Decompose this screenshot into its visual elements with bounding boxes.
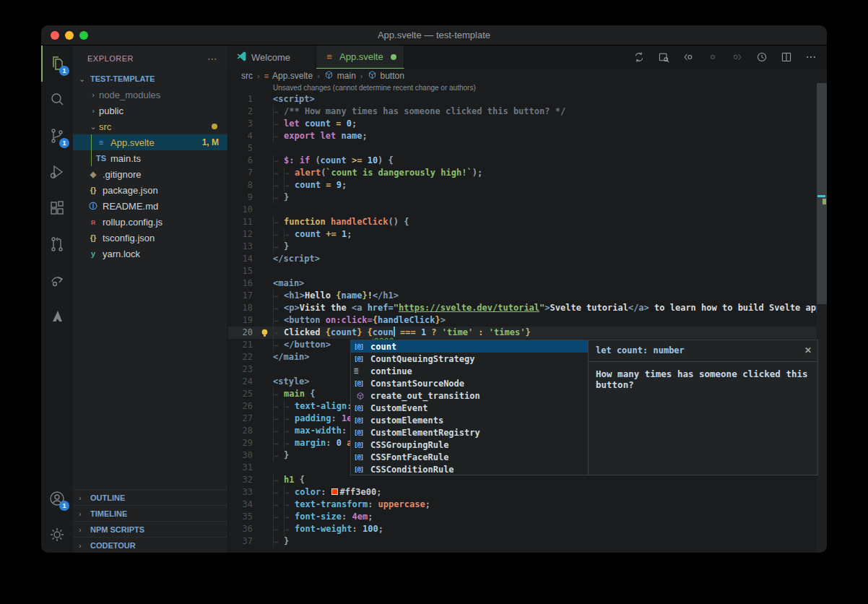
explorer-more-actions-icon[interactable]: ⋯ — [207, 53, 219, 64]
file-tree-item--gitignore[interactable]: ◆.gitignore — [73, 166, 227, 182]
breadcrumb-item-src[interactable]: src — [241, 71, 253, 81]
activity-source-control-icon[interactable]: 1 — [41, 118, 73, 154]
tab-app-svelte[interactable]: ≡App.svelte — [316, 46, 404, 69]
next-change-icon[interactable] — [732, 51, 743, 63]
open-preview-icon[interactable] — [658, 51, 669, 63]
suggestion-customevent[interactable]: [@]CustomEvent — [351, 402, 588, 414]
code-line-9[interactable]: 9} — [228, 191, 827, 204]
lightbulb-icon[interactable] — [260, 328, 269, 337]
code-line-20[interactable]: 20Clicked {count} {coun === 1 ? 'time' :… — [228, 327, 827, 339]
tree-indent-guide — [91, 150, 92, 166]
symbol-variable-icon: [@] — [354, 380, 367, 387]
code-line-8[interactable]: 8count = 9; — [228, 179, 827, 191]
file-tree-item-app-svelte[interactable]: ≡App.svelte1, M — [73, 134, 227, 150]
open-changes-icon[interactable] — [633, 51, 645, 63]
code-line-15[interactable]: 15 — [228, 265, 827, 277]
code-line-14[interactable]: 14</script> — [228, 253, 827, 265]
suggestion-cssfontfacerule[interactable]: [@]CSSFontFaceRule — [351, 451, 588, 463]
file-tree-item-node-modules[interactable]: ›node_modules — [73, 87, 227, 103]
code-line-35[interactable]: 35font-size: 4em; — [228, 511, 827, 523]
code-editor[interactable]: Unsaved changes (cannot determine recent… — [228, 83, 827, 553]
code-line-10[interactable]: 10 — [228, 204, 827, 216]
file-label: App.svelte — [110, 137, 155, 148]
section-codetour[interactable]: ›CODETOUR — [73, 537, 227, 553]
code-line-6[interactable]: 6$: if (count >= 10) { — [228, 155, 827, 167]
activity-extensions-icon[interactable] — [41, 190, 73, 226]
vertical-scrollbar[interactable] — [817, 83, 827, 553]
code-line-19[interactable]: 19<button on:click={handleClick}> — [228, 314, 827, 327]
file-tree-item-readme-md[interactable]: ⓘREADME.md — [73, 198, 227, 214]
code-line-12[interactable]: 12count += 1; — [228, 228, 827, 241]
line-number: 33 — [228, 486, 253, 499]
file-tree-item-rollup-config-js[interactable]: ʀrollup.config.js — [73, 214, 227, 230]
activity-search-icon[interactable] — [41, 82, 73, 118]
suggestion-continue[interactable]: ≣continue — [351, 365, 588, 377]
code-line-36[interactable]: 36font-weight: 100; — [228, 523, 827, 535]
activity-settings-gear-icon[interactable] — [41, 517, 73, 553]
code-line-1[interactable]: 1<script> — [228, 93, 827, 105]
activity-live-share-icon[interactable] — [41, 262, 73, 298]
scrollbar-slider[interactable] — [817, 83, 827, 304]
code-line-18[interactable]: 18<p>Visit the <a href="https://svelte.d… — [228, 302, 827, 314]
section-outline[interactable]: ›OUTLINE — [73, 489, 227, 505]
file-tree-item-tsconfig-json[interactable]: {}tsconfig.json — [73, 230, 227, 246]
suggestion-cssgroupingrule[interactable]: [@]CSSGroupingRule — [351, 439, 588, 451]
section-timeline[interactable]: ›TIMELINE — [73, 505, 227, 521]
activity-run-debug-icon[interactable] — [41, 154, 73, 190]
suggestion-cssconditionrule[interactable]: [@]CSSConditionRule — [351, 463, 588, 475]
file-tree-item-public[interactable]: ›public — [73, 103, 227, 118]
suggestion-count[interactable]: [@]count — [351, 340, 588, 353]
suggestion-customelements[interactable]: [@]customElements — [351, 414, 588, 426]
timeline-history-icon[interactable] — [756, 51, 768, 63]
previous-change-icon[interactable] — [682, 51, 694, 63]
section-npm-scripts[interactable]: ›NPM SCRIPTS — [73, 521, 227, 537]
close-window-button[interactable] — [51, 31, 59, 40]
symbol-variable-icon: [@] — [354, 417, 367, 424]
activity-accounts-icon[interactable]: 1 — [41, 480, 73, 517]
code-line-34[interactable]: 34text-transform: uppercase; — [228, 499, 827, 511]
suggestion-countqueuingstrategy[interactable]: [@]CountQueuingStrategy — [351, 353, 588, 365]
file-tree-item-package-json[interactable]: {}package.json — [73, 182, 227, 198]
symbol-element-icon — [368, 70, 377, 82]
breadcrumb-label: button — [381, 71, 404, 81]
minimize-window-button[interactable] — [65, 31, 74, 40]
more-actions-icon[interactable] — [805, 51, 817, 63]
code-line-3[interactable]: 3let count = 0; — [228, 118, 827, 130]
window-title: App.svelte — test-template — [41, 30, 827, 40]
suggestion-label: CSSGroupingRule — [370, 440, 448, 450]
activity-explorer-icon[interactable]: 1 — [41, 46, 73, 82]
code-line-13[interactable]: 13} — [228, 241, 827, 253]
suggestion-create_out_transition[interactable]: create_out_transition — [351, 389, 588, 402]
code-line-37[interactable]: 37} — [228, 535, 827, 548]
breadcrumb-item-app-svelte[interactable]: ≡App.svelte — [264, 71, 313, 81]
code-line-5[interactable]: 5 — [228, 142, 827, 155]
chevron-down-icon: ⌄ — [79, 74, 90, 84]
line-number: 10 — [228, 204, 253, 216]
section-test-template[interactable]: ⌄ TEST-TEMPLATE — [73, 71, 227, 87]
code-line-2[interactable]: 2/** How many times has someone clicked … — [228, 105, 827, 118]
close-icon[interactable]: ✕ — [804, 345, 812, 355]
code-line-32[interactable]: 32h1 { — [228, 474, 827, 486]
file-tree-item-main-ts[interactable]: TSmain.ts — [73, 150, 227, 166]
current-change-icon[interactable] — [707, 51, 719, 63]
code-line-4[interactable]: 4export let name; — [228, 130, 827, 142]
breadcrumb-item-main[interactable]: main — [324, 70, 356, 82]
split-editor-icon[interactable] — [781, 51, 792, 63]
code-line-17[interactable]: 17<h1>Hello {name}!</h1> — [228, 290, 827, 302]
tab-welcome[interactable]: Welcome — [228, 46, 316, 69]
suggestion-customelementregistry[interactable]: [@]CustomElementRegistry — [351, 426, 588, 439]
suggestion-constantsourcenode[interactable]: [@]ConstantSourceNode — [351, 377, 588, 389]
breadcrumb-item-button[interactable]: button — [368, 70, 404, 82]
badge: 1 — [59, 138, 69, 148]
code-line-11[interactable]: 11function handleClick() { — [228, 216, 827, 228]
code-line-33[interactable]: 33color: #ff3e00; — [228, 486, 827, 499]
code-line-7[interactable]: 7alert(`count is dangerously high!`); — [228, 167, 827, 179]
codelens-unsaved-changes[interactable]: Unsaved changes (cannot determine recent… — [228, 83, 827, 93]
line-number: 14 — [228, 253, 253, 265]
activity-azure-icon[interactable] — [41, 298, 73, 335]
file-tree-item-src[interactable]: ⌄src — [73, 118, 227, 134]
code-line-16[interactable]: 16<main> — [228, 277, 827, 290]
file-tree-item-yarn-lock[interactable]: yyarn.lock — [73, 246, 227, 262]
zoom-window-button[interactable] — [79, 31, 88, 40]
activity-github-pull-requests-icon[interactable] — [41, 226, 73, 262]
